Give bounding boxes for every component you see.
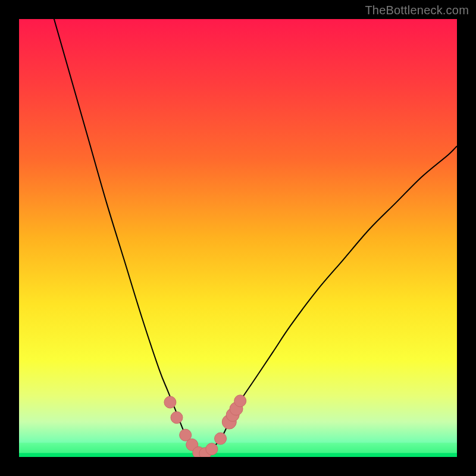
bottleneck-chart bbox=[19, 19, 457, 457]
watermark-text: TheBottleneck.com bbox=[365, 4, 469, 17]
gradient-background bbox=[19, 19, 457, 457]
marker-dot bbox=[206, 443, 218, 455]
marker-dot bbox=[215, 433, 227, 444]
plot-area bbox=[19, 19, 457, 457]
marker-dot bbox=[164, 396, 176, 408]
marker-dot bbox=[171, 412, 183, 424]
chart-frame: TheBottleneck.com bbox=[0, 0, 476, 476]
good-core bbox=[19, 453, 457, 457]
marker-dot bbox=[234, 395, 246, 407]
